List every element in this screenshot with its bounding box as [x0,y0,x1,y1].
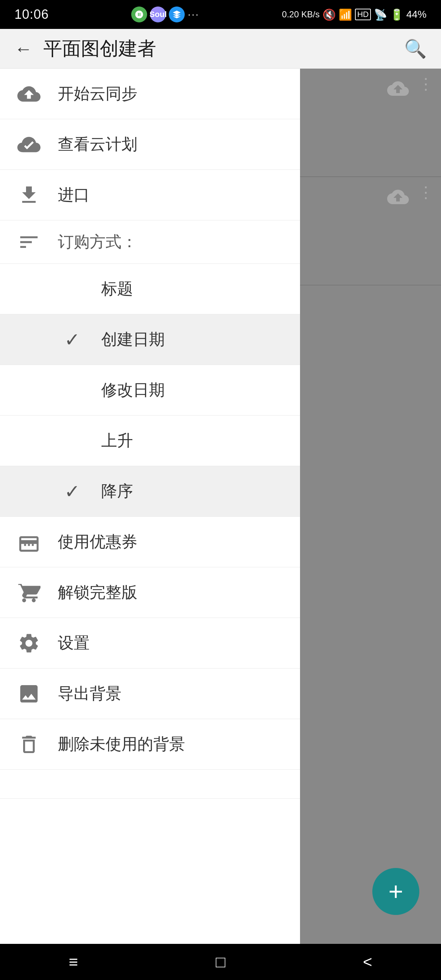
coupon-label: 使用优惠券 [58,531,137,552]
cart-icon [14,578,43,607]
mute-icon: 🔇 [322,8,336,21]
unlock-label: 解锁完整版 [58,582,137,603]
app-icons-group: Soul ··· [131,6,199,22]
wifi-icon: 📡 [374,8,387,21]
sort-title-check-space [58,275,87,304]
import-icon [14,181,43,210]
hd-badge: HD [355,9,371,20]
more-button-2[interactable]: ⋮ [418,184,434,200]
import-label: 进口 [58,184,90,205]
sort-created-label: 创建日期 [101,329,165,350]
sort-by-label: 订购方式： [58,231,137,253]
fab-plus-icon: + [388,879,403,904]
app-icon-3 [169,6,185,22]
menu-item-sort-title[interactable]: 标题 [0,264,300,314]
battery-icon: 🔋 [390,8,403,21]
cloud-sync-label: 开始云同步 [58,83,137,105]
battery-percent: 44% [406,9,427,20]
settings-label: 设置 [58,632,90,654]
sort-asc-check-space [58,426,87,455]
bottom-home-icon[interactable]: □ [216,953,226,971]
menu-item-sort-modified[interactable]: 修改日期 [0,365,300,415]
sort-icon [14,228,43,256]
menu-item-coupon[interactable]: 使用优惠券 [0,517,300,567]
right-panel: ⋮ ⋮ + [300,68,441,944]
sort-created-check: ✓ [58,325,87,354]
app-icon-1 [131,6,147,22]
app-icon-soul: Soul [150,6,166,22]
delete-bg-label: 删除未使用的背景 [58,733,185,755]
coupon-icon [14,528,43,557]
export-bg-label: 导出背景 [58,683,121,704]
menu-item-export-bg[interactable]: 导出背景 [0,668,300,719]
search-button[interactable]: 🔍 [404,38,427,59]
status-right: 0.20 KB/s 🔇 📶 HD 📡 🔋 44% [282,8,427,21]
bottom-navigation-bar: ≡ □ < [0,944,441,980]
menu-item-cloud-plan[interactable]: 查看云计划 [0,119,300,170]
main-container: ← 平面图创建者 🔍 开始云同步 查看云计划 [0,29,441,944]
drawer-menu: 开始云同步 查看云计划 进口 订购方式： [0,68,300,944]
network-speed: 0.20 KB/s [282,10,320,19]
cloud-upload-icon [14,80,43,108]
sort-desc-label: 降序 [101,480,133,502]
sort-modified-check-space [58,376,87,405]
menu-item-delete-bg[interactable]: 删除未使用的背景 [0,719,300,770]
more-button-1[interactable]: ⋮ [418,76,434,92]
image-icon [14,679,43,708]
menu-item-sort-asc[interactable]: 上升 [0,415,300,466]
panel-row-1: ⋮ [300,68,441,177]
gear-icon [14,629,43,658]
sort-asc-label: 上升 [101,430,133,451]
status-bar: 10:06 Soul ··· 0.20 KB/s 🔇 📶 HD 📡 🔋 44% [0,0,441,29]
content-split: 开始云同步 查看云计划 进口 订购方式： [0,68,441,944]
sort-modified-label: 修改日期 [101,379,165,401]
menu-item-sort-desc[interactable]: ✓ 降序 [0,466,300,517]
status-dots: ··· [188,9,199,20]
menu-item-import[interactable]: 进口 [0,170,300,220]
panel-row-2: ⋮ [300,177,441,285]
sort-desc-check: ✓ [58,477,87,506]
checkmark-created-icon: ✓ [64,329,80,350]
top-bar: ← 平面图创建者 🔍 [0,29,441,68]
checkmark-desc-icon: ✓ [64,480,80,502]
soul-label: Soul [150,10,167,19]
bottom-back-icon[interactable]: < [363,953,372,971]
upload-button-1[interactable] [385,76,411,101]
fab-add-button[interactable]: + [372,868,419,915]
back-button[interactable]: ← [14,38,33,59]
menu-more-hint [0,770,300,799]
menu-item-sort-by[interactable]: 订购方式： [0,220,300,264]
status-time: 10:06 [14,7,49,22]
signal-icon: 📶 [339,8,352,21]
top-bar-left: ← 平面图创建者 [14,36,156,61]
cloud-plan-label: 查看云计划 [58,134,137,155]
sort-title-label: 标题 [101,278,133,299]
menu-item-sort-created[interactable]: ✓ 创建日期 [0,314,300,365]
cloud-check-icon [14,130,43,159]
menu-item-settings[interactable]: 设置 [0,618,300,668]
menu-item-cloud-sync[interactable]: 开始云同步 [0,68,300,119]
menu-item-unlock[interactable]: 解锁完整版 [0,567,300,618]
upload-button-2[interactable] [385,184,411,210]
bottom-menu-icon[interactable]: ≡ [68,953,78,971]
trash-icon [14,730,43,759]
page-title: 平面图创建者 [43,36,156,61]
